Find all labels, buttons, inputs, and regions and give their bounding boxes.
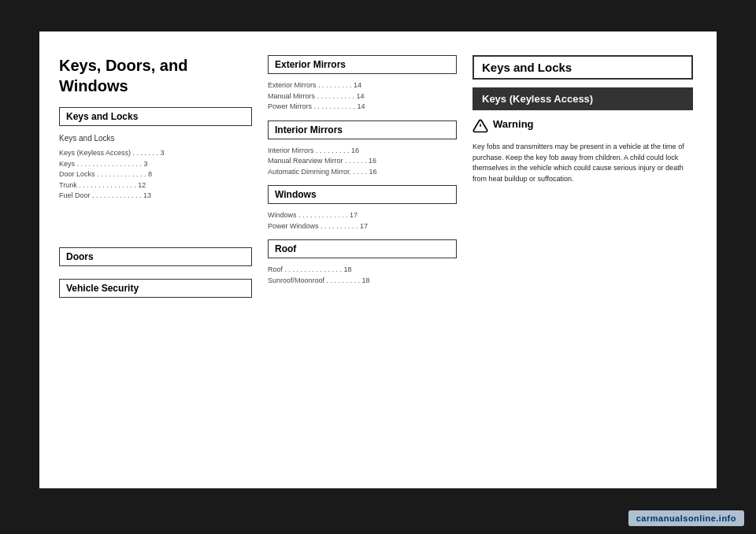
watermark: carmanualsonline.info [628, 510, 744, 526]
windows-header: Windows [268, 185, 457, 204]
warning-label: Warning [493, 118, 534, 130]
spacer-4 [59, 273, 252, 279]
vehicle-security-header: Vehicle Security [59, 279, 252, 298]
doors-header: Doors [59, 247, 252, 266]
interior-mirrors-header: Interior Mirrors [268, 121, 457, 139]
warning-body-text: Key fobs and transmitters may be present… [472, 142, 693, 184]
column-right: Keys and Locks Keys (Keyless Access) War… [465, 47, 701, 473]
keys-and-locks-header-left: Keys and Locks [59, 107, 252, 126]
exterior-mirrors-text: Exterior Mirrors . . . . . . . . . 14 Ma… [268, 80, 457, 113]
spacer-2 [59, 222, 252, 235]
warning-container: Warning [472, 118, 693, 134]
page-content: Keys, Doors, and Windows Keys and Locks … [39, 32, 717, 488]
roof-header: Roof [268, 239, 457, 258]
keys-and-locks-header-right: Keys and Locks [472, 55, 693, 80]
keys-keyless-access-header: Keys (Keyless Access) [472, 87, 693, 110]
spacer-3 [59, 235, 252, 247]
spacer-1 [59, 210, 252, 222]
column-left: Keys, Doors, and Windows Keys and Locks … [55, 47, 260, 473]
interior-mirrors-text: Interior Mirrors . . . . . . . . . 16 Ma… [268, 146, 457, 178]
column-middle: Exterior Mirrors Exterior Mirrors . . . … [260, 47, 465, 473]
main-title: Keys, Doors, and Windows [59, 55, 252, 96]
exterior-mirrors-header: Exterior Mirrors [268, 55, 457, 74]
windows-text: Windows . . . . . . . . . . . . . 17 Pow… [268, 210, 457, 232]
keys-and-locks-text: Keys and Locks Keys (Keyless Access) . .… [59, 132, 252, 202]
warning-triangle-icon [472, 118, 488, 134]
roof-text: Roof . . . . . . . . . . . . . . . 18 Su… [268, 265, 457, 286]
